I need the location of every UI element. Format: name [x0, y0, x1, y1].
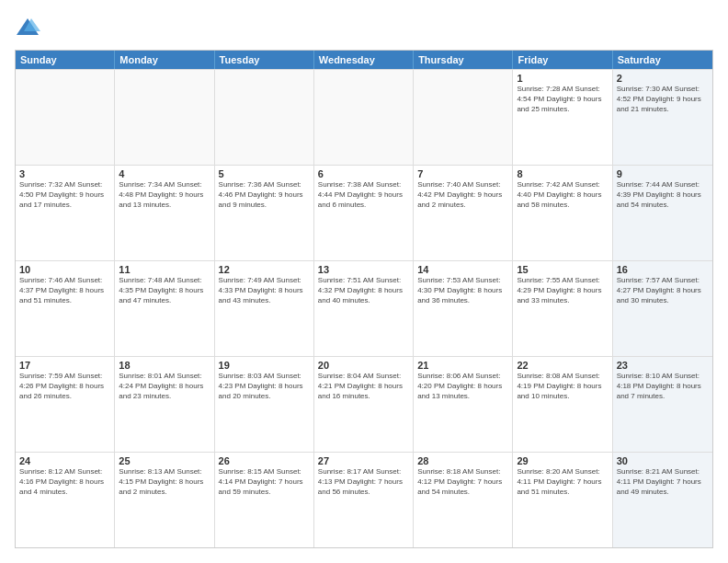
day-number: 7 [417, 168, 508, 179]
header [15, 15, 713, 40]
day-info: Sunrise: 7:49 AM Sunset: 4:33 PM Dayligh… [219, 276, 310, 305]
logo-icon [15, 15, 40, 40]
day-info: Sunrise: 7:44 AM Sunset: 4:39 PM Dayligh… [617, 180, 709, 210]
day-number: 17 [19, 360, 110, 371]
day-info: Sunrise: 7:48 AM Sunset: 4:35 PM Dayligh… [119, 276, 210, 305]
calendar-cell [16, 70, 115, 165]
day-info: Sunrise: 7:28 AM Sunset: 4:54 PM Dayligh… [517, 85, 608, 114]
day-info: Sunrise: 7:53 AM Sunset: 4:30 PM Dayligh… [417, 276, 508, 305]
calendar-week-row: 24Sunrise: 8:12 AM Sunset: 4:16 PM Dayli… [16, 452, 712, 547]
cal-header-day: Tuesday [215, 51, 314, 69]
calendar-week-row: 3Sunrise: 7:32 AM Sunset: 4:50 PM Daylig… [16, 165, 712, 260]
calendar-cell [414, 70, 513, 165]
day-info: Sunrise: 7:42 AM Sunset: 4:40 PM Dayligh… [517, 180, 608, 210]
day-number: 6 [318, 168, 409, 179]
day-number: 10 [19, 264, 110, 275]
calendar-cell: 21Sunrise: 8:06 AM Sunset: 4:20 PM Dayli… [414, 357, 513, 452]
calendar-cell: 6Sunrise: 7:38 AM Sunset: 4:44 PM Daylig… [314, 166, 414, 260]
calendar-cell: 16Sunrise: 7:57 AM Sunset: 4:27 PM Dayli… [613, 261, 712, 356]
calendar-cell: 12Sunrise: 7:49 AM Sunset: 4:33 PM Dayli… [215, 261, 314, 356]
calendar-cell: 2Sunrise: 7:30 AM Sunset: 4:52 PM Daylig… [613, 70, 712, 165]
calendar-cell [215, 70, 314, 165]
day-info: Sunrise: 8:04 AM Sunset: 4:21 PM Dayligh… [318, 372, 409, 401]
calendar-cell: 20Sunrise: 8:04 AM Sunset: 4:21 PM Dayli… [314, 357, 414, 452]
calendar-cell: 26Sunrise: 8:15 AM Sunset: 4:14 PM Dayli… [215, 453, 314, 547]
cal-header-day: Thursday [414, 51, 513, 69]
day-info: Sunrise: 8:06 AM Sunset: 4:20 PM Dayligh… [417, 372, 508, 401]
calendar-cell: 14Sunrise: 7:53 AM Sunset: 4:30 PM Dayli… [414, 261, 513, 356]
day-number: 8 [517, 168, 608, 179]
calendar-cell: 24Sunrise: 8:12 AM Sunset: 4:16 PM Dayli… [16, 453, 115, 547]
day-info: Sunrise: 7:57 AM Sunset: 4:27 PM Dayligh… [617, 276, 709, 305]
day-number: 18 [119, 360, 210, 371]
day-info: Sunrise: 7:51 AM Sunset: 4:32 PM Dayligh… [318, 276, 409, 305]
day-info: Sunrise: 8:18 AM Sunset: 4:12 PM Dayligh… [417, 467, 508, 497]
day-number: 1 [517, 73, 608, 84]
day-number: 29 [517, 455, 608, 466]
calendar-cell: 30Sunrise: 8:21 AM Sunset: 4:11 PM Dayli… [613, 453, 712, 547]
cal-header-day: Monday [115, 51, 214, 69]
calendar-cell: 13Sunrise: 7:51 AM Sunset: 4:32 PM Dayli… [314, 261, 414, 356]
cal-header-day: Saturday [613, 51, 712, 69]
day-number: 22 [517, 360, 608, 371]
calendar-cell: 7Sunrise: 7:40 AM Sunset: 4:42 PM Daylig… [414, 166, 513, 260]
cal-header-day: Friday [513, 51, 612, 69]
day-info: Sunrise: 8:20 AM Sunset: 4:11 PM Dayligh… [517, 467, 608, 497]
calendar-cell: 11Sunrise: 7:48 AM Sunset: 4:35 PM Dayli… [115, 261, 214, 356]
day-number: 28 [417, 455, 508, 466]
calendar-week-row: 17Sunrise: 7:59 AM Sunset: 4:26 PM Dayli… [16, 356, 712, 452]
day-info: Sunrise: 8:01 AM Sunset: 4:24 PM Dayligh… [119, 372, 210, 401]
calendar-cell [314, 70, 414, 165]
day-number: 15 [517, 264, 608, 275]
day-number: 30 [617, 455, 709, 466]
day-number: 19 [219, 360, 310, 371]
calendar-body: 1Sunrise: 7:28 AM Sunset: 4:54 PM Daylig… [16, 69, 712, 547]
day-number: 26 [219, 455, 310, 466]
calendar-cell: 18Sunrise: 8:01 AM Sunset: 4:24 PM Dayli… [115, 357, 214, 452]
day-info: Sunrise: 8:15 AM Sunset: 4:14 PM Dayligh… [219, 467, 310, 497]
day-number: 2 [617, 73, 709, 84]
calendar-cell [115, 70, 214, 165]
day-info: Sunrise: 7:59 AM Sunset: 4:26 PM Dayligh… [19, 372, 110, 401]
day-number: 9 [617, 168, 709, 179]
calendar-cell: 3Sunrise: 7:32 AM Sunset: 4:50 PM Daylig… [16, 166, 115, 260]
calendar-cell: 25Sunrise: 8:13 AM Sunset: 4:15 PM Dayli… [115, 453, 214, 547]
day-number: 3 [19, 168, 110, 179]
calendar-cell: 10Sunrise: 7:46 AM Sunset: 4:37 PM Dayli… [16, 261, 115, 356]
day-number: 14 [417, 264, 508, 275]
day-number: 21 [417, 360, 508, 371]
day-number: 13 [318, 264, 409, 275]
page: SundayMondayTuesdayWednesdayThursdayFrid… [0, 0, 728, 563]
day-info: Sunrise: 7:46 AM Sunset: 4:37 PM Dayligh… [19, 276, 110, 305]
day-info: Sunrise: 8:03 AM Sunset: 4:23 PM Dayligh… [219, 372, 310, 401]
calendar-cell: 15Sunrise: 7:55 AM Sunset: 4:29 PM Dayli… [513, 261, 612, 356]
calendar-cell: 29Sunrise: 8:20 AM Sunset: 4:11 PM Dayli… [513, 453, 612, 547]
day-number: 16 [617, 264, 709, 275]
day-info: Sunrise: 8:12 AM Sunset: 4:16 PM Dayligh… [19, 467, 110, 497]
calendar-week-row: 1Sunrise: 7:28 AM Sunset: 4:54 PM Daylig… [16, 69, 712, 165]
day-info: Sunrise: 8:21 AM Sunset: 4:11 PM Dayligh… [617, 467, 709, 497]
day-info: Sunrise: 7:55 AM Sunset: 4:29 PM Dayligh… [517, 276, 608, 305]
day-info: Sunrise: 8:10 AM Sunset: 4:18 PM Dayligh… [617, 372, 709, 401]
day-number: 20 [318, 360, 409, 371]
calendar-cell: 23Sunrise: 8:10 AM Sunset: 4:18 PM Dayli… [613, 357, 712, 452]
day-number: 27 [318, 455, 409, 466]
day-info: Sunrise: 7:32 AM Sunset: 4:50 PM Dayligh… [19, 180, 110, 210]
calendar-cell: 27Sunrise: 8:17 AM Sunset: 4:13 PM Dayli… [314, 453, 414, 547]
calendar-cell: 5Sunrise: 7:36 AM Sunset: 4:46 PM Daylig… [215, 166, 314, 260]
day-info: Sunrise: 7:34 AM Sunset: 4:48 PM Dayligh… [119, 180, 210, 210]
day-number: 25 [119, 455, 210, 466]
day-info: Sunrise: 8:08 AM Sunset: 4:19 PM Dayligh… [517, 372, 608, 401]
calendar-cell: 22Sunrise: 8:08 AM Sunset: 4:19 PM Dayli… [513, 357, 612, 452]
calendar-cell: 17Sunrise: 7:59 AM Sunset: 4:26 PM Dayli… [16, 357, 115, 452]
day-info: Sunrise: 7:36 AM Sunset: 4:46 PM Dayligh… [219, 180, 310, 210]
day-info: Sunrise: 8:13 AM Sunset: 4:15 PM Dayligh… [119, 467, 210, 497]
calendar-week-row: 10Sunrise: 7:46 AM Sunset: 4:37 PM Dayli… [16, 260, 712, 356]
calendar-cell: 9Sunrise: 7:44 AM Sunset: 4:39 PM Daylig… [613, 166, 712, 260]
calendar: SundayMondayTuesdayWednesdayThursdayFrid… [15, 50, 713, 548]
day-info: Sunrise: 8:17 AM Sunset: 4:13 PM Dayligh… [318, 467, 409, 497]
calendar-cell: 8Sunrise: 7:42 AM Sunset: 4:40 PM Daylig… [513, 166, 612, 260]
day-number: 4 [119, 168, 210, 179]
day-number: 11 [119, 264, 210, 275]
cal-header-day: Sunday [16, 51, 115, 69]
